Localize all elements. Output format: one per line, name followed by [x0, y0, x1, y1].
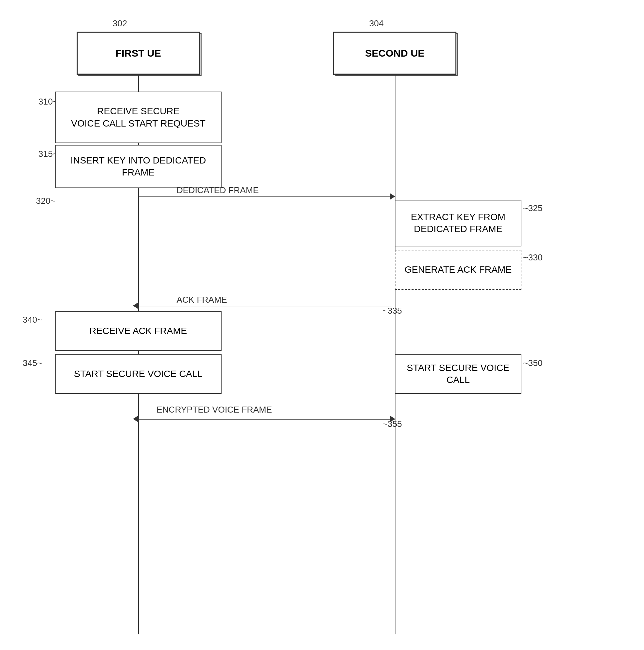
step-330-box: GENERATE ACK FRAME [395, 250, 521, 290]
encrypted-frame-arrow [138, 419, 395, 420]
step-340-box: RECEIVE ACK FRAME [55, 311, 222, 351]
dedicated-frame-arrowhead [390, 193, 395, 200]
ref-335: ~335 [382, 306, 402, 316]
first-ue-box: FIRST UE [77, 32, 200, 75]
ref-340: 340~ [23, 315, 42, 325]
ref-325: ~325 [523, 203, 543, 213]
dedicated-frame-label: DEDICATED FRAME [177, 185, 259, 195]
second-ue-box: SECOND UE [333, 32, 456, 75]
step-350-box: START SECURE VOICE CALL [395, 354, 521, 394]
encrypted-frame-arrowhead-left [133, 416, 138, 422]
ref-345: 345~ [23, 358, 42, 368]
ref-350: ~350 [523, 358, 543, 368]
ref-355: ~355 [382, 419, 402, 429]
ref-320: 320~ [36, 196, 56, 206]
ack-frame-arrow [138, 306, 392, 306]
ref-330: ~330 [523, 252, 543, 263]
step-345-box: START SECURE VOICE CALL [55, 354, 222, 394]
step-310-box: RECEIVE SECUREVOICE CALL START REQUEST [55, 92, 222, 143]
encrypted-frame-label: ENCRYPTED VOICE FRAME [157, 405, 272, 415]
sequence-diagram: 302 FIRST UE 304 SECOND UE 310~ RECEIVE … [0, 0, 644, 650]
ack-frame-arrowhead [133, 302, 138, 309]
ref-302: 302 [113, 18, 127, 29]
dedicated-frame-arrow [138, 196, 392, 197]
ref-304: 304 [369, 18, 383, 29]
ack-frame-label: ACK FRAME [177, 295, 227, 305]
step-325-box: EXTRACT KEY FROMDEDICATED FRAME [395, 200, 521, 246]
step-315-box: INSERT KEY INTO DEDICATEDFRAME [55, 145, 222, 188]
